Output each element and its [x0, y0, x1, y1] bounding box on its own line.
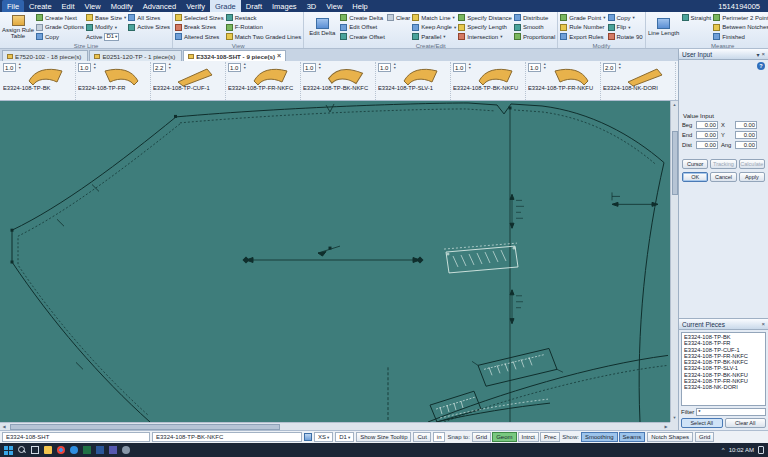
scale-value[interactable]: 1.0 — [453, 63, 466, 72]
scale-value[interactable]: 2.0 — [603, 63, 616, 72]
selected-sizes-button[interactable]: Selected Sizes — [175, 13, 224, 23]
copy-button[interactable]: Copy — [36, 32, 84, 42]
select-all-button[interactable]: Select All — [681, 418, 723, 428]
help-icon[interactable]: ? — [757, 62, 765, 70]
altered-sizes-button[interactable]: Altered Sizes — [175, 32, 224, 42]
scroll-up-icon[interactable]: ▲ — [671, 101, 679, 109]
browser-icon[interactable] — [57, 446, 65, 454]
notification-center-icon[interactable] — [758, 446, 764, 454]
piece-thumbnail[interactable]: 1.0 ▲▼ E3324-108-TP-SLV-1 — [376, 62, 451, 100]
edge-icon[interactable] — [70, 446, 78, 454]
document-tab[interactable]: E3324-108-SHT - 9 piece(s) × — [183, 50, 286, 61]
menu-item[interactable]: Modify — [106, 0, 138, 12]
piece-view-icon[interactable] — [304, 433, 312, 441]
snap-toggle[interactable]: Grid — [472, 432, 491, 442]
menu-item[interactable]: View — [321, 0, 347, 12]
scale-spinner[interactable]: ▲▼ — [543, 63, 546, 70]
calculate-button[interactable]: Calculate — [739, 159, 765, 169]
menu-item[interactable]: View — [80, 0, 106, 12]
keep-angle-dropdown[interactable]: Keep Angle▾ — [412, 23, 456, 33]
size-select[interactable]: XS▾ — [314, 432, 333, 442]
piece-thumbnail[interactable]: 1.0 ▲▼ E3324-108-TP-BK-NKFC — [301, 62, 376, 100]
scale-value[interactable]: 1.0 — [228, 63, 241, 72]
scroll-down-icon[interactable]: ▼ — [671, 414, 679, 422]
value-field[interactable]: 0.00 — [735, 141, 757, 149]
value-field[interactable]: 0.00 — [696, 141, 718, 149]
document-tab[interactable]: E0251-120-TP - 1 piece(s) — [89, 50, 182, 61]
distribute-button[interactable]: Distribute — [514, 13, 555, 23]
edit-delta-button[interactable]: Edit Delta — [306, 13, 338, 42]
menu-item[interactable]: Advanced — [138, 0, 181, 12]
settings-icon[interactable] — [122, 446, 130, 454]
pattern-canvas[interactable]: ▲ ▼ ◀ ▶ — [0, 101, 678, 430]
current-pieces-list[interactable]: E3324-108-TP-BKE3324-108-TP-FRE3324-108-… — [681, 332, 766, 406]
current-pieces-header[interactable]: Current Pieces × — [679, 319, 768, 330]
menu-item[interactable]: Verify — [181, 0, 210, 12]
teams-icon[interactable] — [109, 446, 117, 454]
document-tab[interactable]: E7520-102 - 18 piece(s) — [2, 50, 88, 61]
piece-thumbnail[interactable]: 1.0 ▲▼ E3324-108-TP-FR — [76, 62, 151, 100]
start-button[interactable] — [4, 446, 13, 455]
flip-dropdown[interactable]: Flip▾ — [608, 23, 643, 33]
vertical-scroll-thumb[interactable] — [672, 131, 678, 195]
active-dim-control[interactable]: ActiveD1▾ — [86, 32, 126, 42]
restack-button[interactable]: Restack — [226, 13, 302, 23]
scale-value[interactable]: 1.0 — [3, 63, 16, 72]
menu-item[interactable]: Images — [267, 0, 302, 12]
scale-value[interactable]: 1.0 — [378, 63, 391, 72]
scroll-left-icon[interactable]: ◀ — [0, 423, 8, 431]
create-offset-button[interactable]: Create Offset — [340, 32, 385, 42]
scale-value[interactable]: 1.0 — [528, 63, 541, 72]
smooth-button[interactable]: Smooth — [514, 23, 555, 33]
copy-dropdown[interactable]: Copy▾ — [608, 13, 643, 23]
close-icon[interactable]: × — [761, 321, 765, 327]
perimeter-2-points-button[interactable]: Perimeter 2 Points — [713, 13, 768, 23]
edit-offset-button[interactable]: Edit Offset — [340, 23, 385, 33]
menu-item[interactable]: File — [2, 0, 24, 12]
rotate-90-button[interactable]: Rotate 90 — [608, 32, 643, 42]
apply-button[interactable]: Apply — [739, 172, 765, 182]
proportional-button[interactable]: Proportional — [514, 32, 555, 42]
specify-distance-button[interactable]: Specify Distance — [458, 13, 512, 23]
scale-spinner[interactable]: ▲▼ — [468, 63, 471, 70]
scale-spinner[interactable]: ▲▼ — [18, 63, 21, 70]
piece-thumbnail[interactable]: 1.0 ▲▼ E3324-108-TP-BK — [1, 62, 76, 100]
snap-toggle[interactable]: Geom — [492, 432, 516, 442]
tray-expand-icon[interactable]: ^ — [722, 447, 725, 453]
cursor-button[interactable]: Cursor — [682, 159, 708, 169]
assign-rule-table-button[interactable]: Assign Rule Table — [2, 13, 34, 42]
scale-value[interactable]: 1.0 — [78, 63, 91, 72]
close-icon[interactable]: × — [761, 51, 765, 58]
notch-shapes-button[interactable]: Notch Shapes — [647, 432, 693, 442]
show-toggle[interactable]: Seams — [619, 432, 646, 442]
specify-length-button[interactable]: Specify Length — [458, 23, 512, 33]
scale-spinner[interactable]: ▲▼ — [93, 63, 96, 70]
horizontal-scroll-thumb[interactable] — [10, 424, 280, 430]
scale-value[interactable]: 2.2 — [153, 63, 166, 72]
close-icon[interactable]: × — [277, 53, 281, 59]
create-next-button[interactable]: Create Next — [36, 13, 84, 23]
dimension-select[interactable]: D1▾ — [335, 432, 354, 442]
straight-button[interactable]: Straight — [682, 13, 712, 23]
match-line-dropdown[interactable]: Match Line▾ — [412, 13, 456, 23]
break-sizes-button[interactable]: Break Sizes — [175, 23, 224, 33]
file-explorer-icon[interactable] — [44, 446, 52, 454]
f-rotation-button[interactable]: F-Rotation — [226, 23, 302, 33]
export-rules-button[interactable]: Export Rules — [560, 32, 605, 42]
vertical-scrollbar[interactable]: ▲ ▼ — [670, 101, 678, 422]
document-app-icon[interactable] — [96, 446, 104, 454]
menu-item[interactable]: 3D — [302, 0, 322, 12]
piece-thumbnail[interactable]: 2.0 ▲▼ E3324-108-NK-DORI — [601, 62, 676, 100]
line-length-button[interactable]: Line Length — [648, 13, 680, 42]
scale-spinner[interactable]: ▲▼ — [393, 63, 396, 70]
snap-toggle[interactable]: Prec — [540, 432, 560, 442]
scale-value[interactable]: 1.0 — [303, 63, 316, 72]
value-field[interactable]: 0.00 — [735, 121, 757, 129]
cancel-button[interactable]: Cancel — [710, 172, 736, 182]
intersection-dropdown[interactable]: Intersection▾ — [458, 32, 512, 42]
create-delta-button[interactable]: Create Delta — [340, 13, 385, 23]
value-field[interactable]: 0.00 — [696, 121, 718, 129]
cut-button[interactable]: Cut — [413, 432, 430, 442]
show-size-tooltip-button[interactable]: Show Size Tooltip — [356, 432, 411, 442]
piece-thumbnail[interactable]: 1.0 ▲▼ E3324-108-TP-BK-NKFU — [451, 62, 526, 100]
